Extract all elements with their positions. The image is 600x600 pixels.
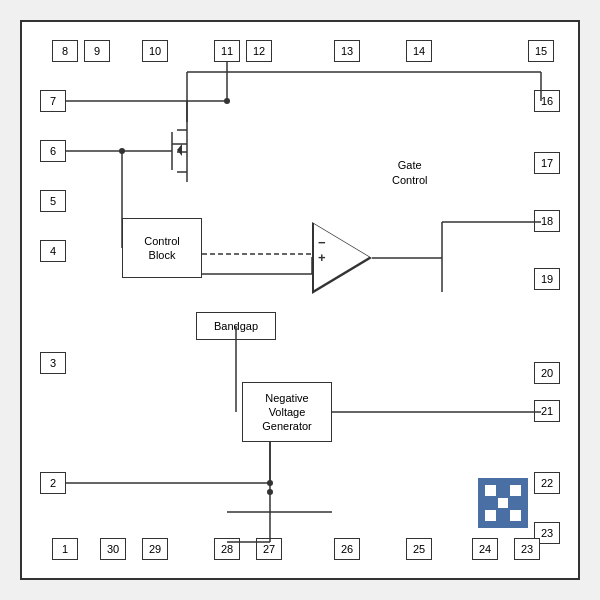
pin-12: 12 <box>246 40 272 62</box>
svg-point-10 <box>119 148 125 154</box>
svg-point-31 <box>267 480 273 486</box>
pin-16: 16 <box>534 90 560 112</box>
pin-1: 1 <box>52 538 78 560</box>
pin-23b: 23 <box>514 538 540 560</box>
pin-21: 21 <box>534 400 560 422</box>
control-block: Control Block <box>122 218 202 278</box>
pin-8: 8 <box>52 40 78 62</box>
pin-30: 30 <box>100 538 126 560</box>
gate-control-label: Gate Control <box>392 158 427 189</box>
pin-13: 13 <box>334 40 360 62</box>
amp-minus: − <box>318 235 326 250</box>
bandgap-block: Bandgap <box>196 312 276 340</box>
pin-7: 7 <box>40 90 66 112</box>
pin-27: 27 <box>256 538 282 560</box>
pin-14: 14 <box>406 40 432 62</box>
pin-4: 4 <box>40 240 66 262</box>
chip-diagram: 8 9 10 11 12 13 14 15 16 17 18 19 20 21 … <box>20 20 580 580</box>
pin-15: 15 <box>528 40 554 62</box>
pin-9: 9 <box>84 40 110 62</box>
pin-24: 24 <box>472 538 498 560</box>
pin-11: 11 <box>214 40 240 62</box>
svg-point-26 <box>267 489 273 495</box>
pin-17: 17 <box>534 152 560 174</box>
pin-3: 3 <box>40 352 66 374</box>
pin-22: 22 <box>534 472 560 494</box>
pin-2: 2 <box>40 472 66 494</box>
pin-19: 19 <box>534 268 560 290</box>
pin-25: 25 <box>406 538 432 560</box>
pin-5: 5 <box>40 190 66 212</box>
neg-volt-block: Negative Voltage Generator <box>242 382 332 442</box>
pin-18: 18 <box>534 210 560 232</box>
pin-10: 10 <box>142 40 168 62</box>
svg-marker-6 <box>177 144 182 156</box>
pin-6: 6 <box>40 140 66 162</box>
pin-26: 26 <box>334 538 360 560</box>
pin-28: 28 <box>214 538 240 560</box>
pin-20: 20 <box>534 362 560 384</box>
logo-watermark <box>478 478 528 528</box>
svg-point-16 <box>224 98 230 104</box>
amp-plus: + <box>318 250 326 265</box>
pin-29: 29 <box>142 538 168 560</box>
